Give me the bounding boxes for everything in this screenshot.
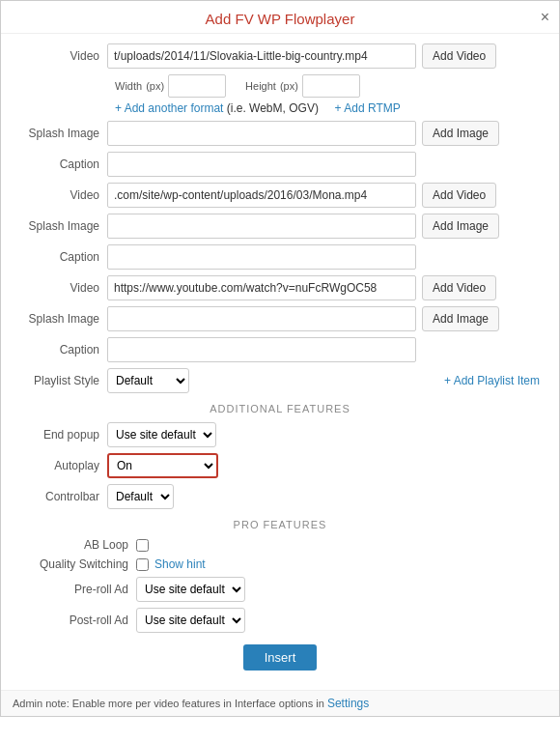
controlbar-label: Controlbar [20, 490, 107, 503]
dialog: Add FV WP Flowplayer × Video Add Video W… [0, 0, 560, 717]
ab-loop-row: AB Loop [20, 538, 540, 552]
add-video2-button[interactable]: Add Video [422, 183, 496, 208]
settings-link[interactable]: Settings [327, 697, 369, 710]
caption1-row: Caption [20, 152, 540, 177]
caption2-row: Caption [20, 244, 540, 270]
height1-label: Height [245, 80, 276, 92]
height1-input[interactable] [302, 74, 360, 98]
playlist-label: Playlist Style [20, 374, 107, 387]
admin-note-text: Admin note: Enable more per video featur… [13, 698, 324, 709]
insert-button[interactable]: Insert [243, 644, 318, 671]
controlbar-row: Controlbar Default On Off [20, 484, 540, 509]
preroll-ad-select[interactable]: Use site default On Off [136, 577, 245, 602]
size1-row: Width (px) Height (px) [115, 74, 540, 98]
add-splash1-button[interactable]: Add Image [422, 121, 499, 146]
dialog-header: Add FV WP Flowplayer × [1, 1, 559, 34]
show-hint-link[interactable]: Show hint [154, 557, 206, 571]
add-video3-button[interactable]: Add Video [422, 275, 496, 300]
autoplay-select[interactable]: Use site default On Off [107, 453, 218, 478]
format1-row: + Add another format (i.e. WebM, OGV) + … [115, 101, 540, 115]
postroll-ad-select[interactable]: Use site default On Off [136, 608, 245, 633]
quality-switching-checkbox[interactable] [136, 558, 149, 571]
end-popup-select[interactable]: Use site default On Off [107, 422, 216, 447]
caption3-row: Caption [20, 337, 540, 362]
playlist-style-select[interactable]: Default Vertical Horizontal [107, 368, 189, 393]
width1-input[interactable] [168, 74, 226, 98]
format1-note: (i.e. WebM, OGV) [227, 101, 319, 115]
playlist-left: Playlist Style Default Vertical Horizont… [20, 368, 189, 393]
add-video1-button[interactable]: Add Video [422, 43, 496, 69]
add-rtmp1-link[interactable]: + Add RTMP [335, 101, 401, 115]
preroll-ad-row: Pre-roll Ad Use site default On Off [20, 577, 540, 602]
video1-label: Video [20, 49, 107, 63]
video3-input[interactable] [107, 275, 416, 300]
width1-unit: (px) [146, 80, 164, 92]
splash3-input[interactable] [107, 306, 416, 331]
splash1-input[interactable] [107, 121, 416, 146]
splash2-label: Splash Image [20, 219, 107, 233]
pro-features-section: PRO FEATURES [20, 519, 540, 530]
end-popup-label: End popup [20, 428, 107, 442]
caption3-label: Caption [20, 343, 107, 357]
add-format1-link[interactable]: + Add another format [115, 101, 223, 115]
autoplay-row: Autoplay Use site default On Off [20, 453, 540, 478]
dialog-body: Video Add Video Width (px) Height (px) +… [1, 34, 559, 690]
additional-features-section: ADDITIONAL FEATURES [20, 403, 540, 414]
add-splash3-button[interactable]: Add Image [422, 306, 499, 331]
height1-unit: (px) [280, 80, 298, 92]
caption1-input[interactable] [107, 152, 416, 177]
video2-label: Video [20, 188, 107, 202]
ab-loop-checkbox[interactable] [136, 539, 149, 552]
splash1-row: Splash Image Add Image [20, 121, 540, 146]
ab-loop-label: AB Loop [20, 538, 136, 552]
video3-group: Video Add Video Splash Image Add Image C… [20, 275, 540, 362]
splash2-row: Splash Image Add Image [20, 214, 540, 239]
video2-row: Video Add Video [20, 183, 540, 208]
quality-switching-row: Quality Switching Show hint [20, 557, 540, 571]
add-playlist-item-link[interactable]: + Add Playlist Item [444, 374, 540, 387]
caption2-input[interactable] [107, 244, 416, 270]
quality-switching-label: Quality Switching [20, 557, 136, 571]
dialog-title: Add FV WP Flowplayer [206, 11, 355, 27]
width1-label: Width [115, 80, 142, 92]
postroll-ad-row: Post-roll Ad Use site default On Off [20, 608, 540, 633]
video2-input[interactable] [107, 183, 416, 208]
splash3-label: Splash Image [20, 312, 107, 326]
playlist-row: Playlist Style Default Vertical Horizont… [20, 368, 540, 393]
postroll-ad-label: Post-roll Ad [20, 614, 136, 627]
splash1-label: Splash Image [20, 127, 107, 140]
autoplay-label: Autoplay [20, 459, 107, 472]
caption3-input[interactable] [107, 337, 416, 362]
video2-group: Video Add Video Splash Image Add Image C… [20, 183, 540, 270]
close-button[interactable]: × [541, 9, 549, 26]
end-popup-row: End popup Use site default On Off [20, 422, 540, 447]
caption2-label: Caption [20, 250, 107, 264]
video1-group: Video Add Video Width (px) Height (px) +… [20, 43, 540, 177]
splash2-input[interactable] [107, 214, 416, 239]
preroll-ad-label: Pre-roll Ad [20, 583, 136, 596]
video1-input[interactable] [107, 43, 416, 69]
caption1-label: Caption [20, 157, 107, 171]
admin-note: Admin note: Enable more per video featur… [1, 690, 559, 716]
video1-row: Video Add Video [20, 43, 540, 69]
splash3-row: Splash Image Add Image [20, 306, 540, 331]
video3-row: Video Add Video [20, 275, 540, 300]
controlbar-select[interactable]: Default On Off [107, 484, 174, 509]
add-splash2-button[interactable]: Add Image [422, 214, 499, 239]
video3-label: Video [20, 281, 107, 295]
